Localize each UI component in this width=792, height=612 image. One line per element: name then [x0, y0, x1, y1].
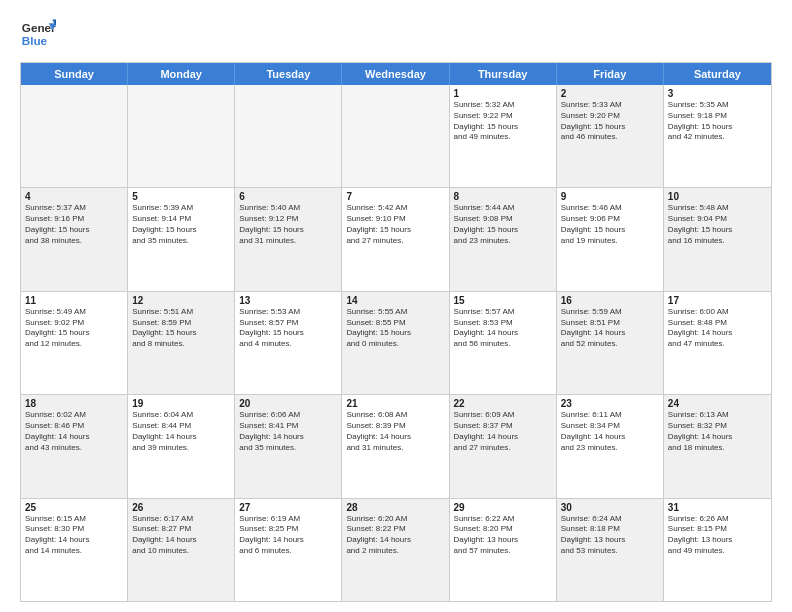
svg-text:General: General: [22, 21, 56, 34]
day-info: Sunrise: 6:09 AM Sunset: 8:37 PM Dayligh…: [454, 410, 552, 453]
day-info: Sunrise: 5:59 AM Sunset: 8:51 PM Dayligh…: [561, 307, 659, 350]
day-number: 10: [668, 191, 767, 202]
day-number: 29: [454, 502, 552, 513]
day-number: 21: [346, 398, 444, 409]
calendar-header-monday: Monday: [128, 63, 235, 85]
day-number: 26: [132, 502, 230, 513]
day-cell-16: 16Sunrise: 5:59 AM Sunset: 8:51 PM Dayli…: [557, 292, 664, 394]
day-number: 23: [561, 398, 659, 409]
day-info: Sunrise: 6:26 AM Sunset: 8:15 PM Dayligh…: [668, 514, 767, 557]
day-cell-29: 29Sunrise: 6:22 AM Sunset: 8:20 PM Dayli…: [450, 499, 557, 601]
day-info: Sunrise: 6:11 AM Sunset: 8:34 PM Dayligh…: [561, 410, 659, 453]
day-number: 6: [239, 191, 337, 202]
day-cell-20: 20Sunrise: 6:06 AM Sunset: 8:41 PM Dayli…: [235, 395, 342, 497]
day-number: 25: [25, 502, 123, 513]
day-number: 19: [132, 398, 230, 409]
page: General Blue SundayMondayTuesdayWednesda…: [0, 0, 792, 612]
day-info: Sunrise: 6:17 AM Sunset: 8:27 PM Dayligh…: [132, 514, 230, 557]
day-number: 15: [454, 295, 552, 306]
day-cell-22: 22Sunrise: 6:09 AM Sunset: 8:37 PM Dayli…: [450, 395, 557, 497]
day-cell-11: 11Sunrise: 5:49 AM Sunset: 9:02 PM Dayli…: [21, 292, 128, 394]
calendar-header-tuesday: Tuesday: [235, 63, 342, 85]
day-info: Sunrise: 5:40 AM Sunset: 9:12 PM Dayligh…: [239, 203, 337, 246]
day-info: Sunrise: 5:55 AM Sunset: 8:55 PM Dayligh…: [346, 307, 444, 350]
calendar-header-friday: Friday: [557, 63, 664, 85]
day-info: Sunrise: 6:22 AM Sunset: 8:20 PM Dayligh…: [454, 514, 552, 557]
day-cell-12: 12Sunrise: 5:51 AM Sunset: 8:59 PM Dayli…: [128, 292, 235, 394]
day-cell-5: 5Sunrise: 5:39 AM Sunset: 9:14 PM Daylig…: [128, 188, 235, 290]
day-info: Sunrise: 5:33 AM Sunset: 9:20 PM Dayligh…: [561, 100, 659, 143]
day-info: Sunrise: 5:32 AM Sunset: 9:22 PM Dayligh…: [454, 100, 552, 143]
day-info: Sunrise: 6:19 AM Sunset: 8:25 PM Dayligh…: [239, 514, 337, 557]
empty-cell: [21, 85, 128, 187]
day-cell-15: 15Sunrise: 5:57 AM Sunset: 8:53 PM Dayli…: [450, 292, 557, 394]
day-info: Sunrise: 6:08 AM Sunset: 8:39 PM Dayligh…: [346, 410, 444, 453]
day-info: Sunrise: 5:48 AM Sunset: 9:04 PM Dayligh…: [668, 203, 767, 246]
day-number: 28: [346, 502, 444, 513]
day-cell-9: 9Sunrise: 5:46 AM Sunset: 9:06 PM Daylig…: [557, 188, 664, 290]
calendar-header-sunday: Sunday: [21, 63, 128, 85]
day-info: Sunrise: 5:46 AM Sunset: 9:06 PM Dayligh…: [561, 203, 659, 246]
day-info: Sunrise: 6:24 AM Sunset: 8:18 PM Dayligh…: [561, 514, 659, 557]
day-cell-8: 8Sunrise: 5:44 AM Sunset: 9:08 PM Daylig…: [450, 188, 557, 290]
day-info: Sunrise: 5:44 AM Sunset: 9:08 PM Dayligh…: [454, 203, 552, 246]
day-number: 22: [454, 398, 552, 409]
day-number: 9: [561, 191, 659, 202]
day-number: 16: [561, 295, 659, 306]
empty-cell: [342, 85, 449, 187]
day-info: Sunrise: 5:57 AM Sunset: 8:53 PM Dayligh…: [454, 307, 552, 350]
day-cell-1: 1Sunrise: 5:32 AM Sunset: 9:22 PM Daylig…: [450, 85, 557, 187]
day-number: 1: [454, 88, 552, 99]
day-cell-18: 18Sunrise: 6:02 AM Sunset: 8:46 PM Dayli…: [21, 395, 128, 497]
day-info: Sunrise: 5:49 AM Sunset: 9:02 PM Dayligh…: [25, 307, 123, 350]
day-number: 24: [668, 398, 767, 409]
day-cell-31: 31Sunrise: 6:26 AM Sunset: 8:15 PM Dayli…: [664, 499, 771, 601]
empty-cell: [235, 85, 342, 187]
day-cell-17: 17Sunrise: 6:00 AM Sunset: 8:48 PM Dayli…: [664, 292, 771, 394]
day-info: Sunrise: 5:53 AM Sunset: 8:57 PM Dayligh…: [239, 307, 337, 350]
day-cell-14: 14Sunrise: 5:55 AM Sunset: 8:55 PM Dayli…: [342, 292, 449, 394]
day-cell-21: 21Sunrise: 6:08 AM Sunset: 8:39 PM Dayli…: [342, 395, 449, 497]
day-cell-26: 26Sunrise: 6:17 AM Sunset: 8:27 PM Dayli…: [128, 499, 235, 601]
calendar-body: 1Sunrise: 5:32 AM Sunset: 9:22 PM Daylig…: [21, 85, 771, 601]
day-cell-25: 25Sunrise: 6:15 AM Sunset: 8:30 PM Dayli…: [21, 499, 128, 601]
day-cell-13: 13Sunrise: 5:53 AM Sunset: 8:57 PM Dayli…: [235, 292, 342, 394]
day-info: Sunrise: 6:20 AM Sunset: 8:22 PM Dayligh…: [346, 514, 444, 557]
day-info: Sunrise: 5:35 AM Sunset: 9:18 PM Dayligh…: [668, 100, 767, 143]
day-number: 11: [25, 295, 123, 306]
day-number: 30: [561, 502, 659, 513]
day-number: 14: [346, 295, 444, 306]
logo-icon: General Blue: [20, 16, 56, 52]
day-info: Sunrise: 6:00 AM Sunset: 8:48 PM Dayligh…: [668, 307, 767, 350]
day-cell-24: 24Sunrise: 6:13 AM Sunset: 8:32 PM Dayli…: [664, 395, 771, 497]
day-number: 7: [346, 191, 444, 202]
day-cell-3: 3Sunrise: 5:35 AM Sunset: 9:18 PM Daylig…: [664, 85, 771, 187]
day-info: Sunrise: 6:15 AM Sunset: 8:30 PM Dayligh…: [25, 514, 123, 557]
calendar-header-thursday: Thursday: [450, 63, 557, 85]
calendar-row-3: 18Sunrise: 6:02 AM Sunset: 8:46 PM Dayli…: [21, 395, 771, 498]
day-info: Sunrise: 6:02 AM Sunset: 8:46 PM Dayligh…: [25, 410, 123, 453]
calendar-row-4: 25Sunrise: 6:15 AM Sunset: 8:30 PM Dayli…: [21, 499, 771, 601]
header: General Blue: [20, 16, 772, 52]
day-info: Sunrise: 5:42 AM Sunset: 9:10 PM Dayligh…: [346, 203, 444, 246]
empty-cell: [128, 85, 235, 187]
day-cell-2: 2Sunrise: 5:33 AM Sunset: 9:20 PM Daylig…: [557, 85, 664, 187]
day-info: Sunrise: 6:06 AM Sunset: 8:41 PM Dayligh…: [239, 410, 337, 453]
day-cell-28: 28Sunrise: 6:20 AM Sunset: 8:22 PM Dayli…: [342, 499, 449, 601]
day-cell-4: 4Sunrise: 5:37 AM Sunset: 9:16 PM Daylig…: [21, 188, 128, 290]
day-cell-23: 23Sunrise: 6:11 AM Sunset: 8:34 PM Dayli…: [557, 395, 664, 497]
day-number: 5: [132, 191, 230, 202]
day-info: Sunrise: 5:39 AM Sunset: 9:14 PM Dayligh…: [132, 203, 230, 246]
day-cell-6: 6Sunrise: 5:40 AM Sunset: 9:12 PM Daylig…: [235, 188, 342, 290]
day-number: 12: [132, 295, 230, 306]
calendar-header-saturday: Saturday: [664, 63, 771, 85]
day-cell-19: 19Sunrise: 6:04 AM Sunset: 8:44 PM Dayli…: [128, 395, 235, 497]
day-info: Sunrise: 5:51 AM Sunset: 8:59 PM Dayligh…: [132, 307, 230, 350]
day-number: 3: [668, 88, 767, 99]
calendar-row-2: 11Sunrise: 5:49 AM Sunset: 9:02 PM Dayli…: [21, 292, 771, 395]
day-number: 18: [25, 398, 123, 409]
day-cell-30: 30Sunrise: 6:24 AM Sunset: 8:18 PM Dayli…: [557, 499, 664, 601]
day-info: Sunrise: 5:37 AM Sunset: 9:16 PM Dayligh…: [25, 203, 123, 246]
svg-text:Blue: Blue: [22, 34, 48, 47]
day-number: 27: [239, 502, 337, 513]
